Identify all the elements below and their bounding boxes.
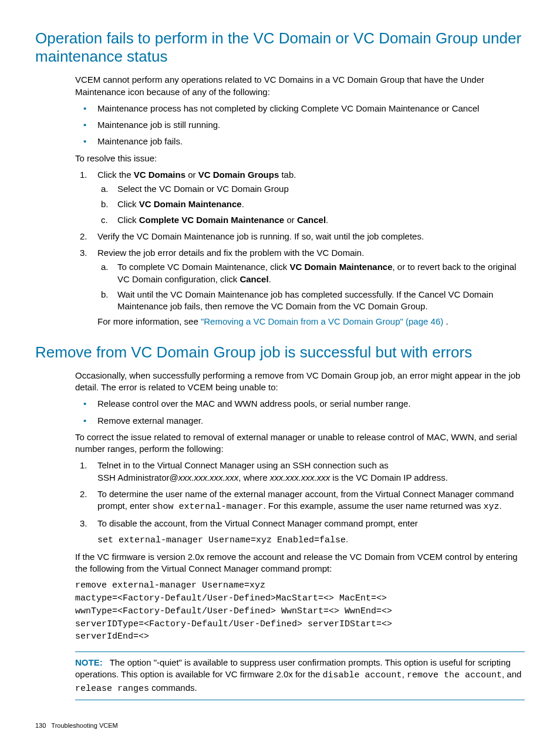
text: Click the xyxy=(97,170,134,180)
text: , xyxy=(402,669,407,679)
code-inline: xyz xyxy=(484,502,500,512)
cross-reference-link[interactable]: "Removing a VC Domain from a VC Domain G… xyxy=(201,316,443,326)
resolve-lead: To resolve this issue: xyxy=(75,153,525,164)
list-item: Telnet in to the Virtual Connect Manager… xyxy=(75,460,525,484)
note-label: NOTE: xyxy=(75,657,103,667)
code-block: remove external-manager Username=xyz mac… xyxy=(75,579,525,643)
note-paragraph: NOTE:The option "-quiet" is available to… xyxy=(75,657,525,695)
text-italic: xxx.xxx.xxx.xxx xyxy=(178,472,239,482)
section-heading-2: Remove from VC Domain Group job is succe… xyxy=(35,343,525,362)
text: or xyxy=(185,170,198,180)
text: Review the job error details and fix the… xyxy=(97,248,364,258)
text: , and xyxy=(502,669,521,679)
list-item: Click the VC Domains or VC Domain Groups… xyxy=(75,169,525,226)
text: . xyxy=(443,316,448,326)
text: or xyxy=(284,215,297,225)
sub-steps: To complete VC Domain Maintenance, click… xyxy=(97,261,525,312)
list-item: Select the VC Domain or VC Domain Group xyxy=(97,183,525,195)
list-item: Maintenance job is still running. xyxy=(75,119,525,131)
cause-list: Maintenance process has not completed by… xyxy=(75,103,525,148)
list-item: To disable the account, from the Virtual… xyxy=(75,518,525,546)
page-footer: 130 Troubleshooting VCEM xyxy=(35,721,525,730)
text: . For this example, assume the user name… xyxy=(263,501,483,511)
text: To disable the account, from the Virtual… xyxy=(97,518,418,528)
list-item: Wait until the VC Domain Maintenance job… xyxy=(97,289,525,313)
more-info: For more information, see "Removing a VC… xyxy=(97,316,525,328)
code-inline: set external-manager Username=xyz Enable… xyxy=(97,535,346,545)
note-divider xyxy=(75,652,525,652)
correct-lead: To correct the issue related to removal … xyxy=(75,431,525,455)
text: . xyxy=(346,534,348,544)
text: tab. xyxy=(279,170,296,180)
sub-steps: Select the VC Domain or VC Domain Group … xyxy=(97,183,525,226)
list-item: Review the job error details and fix the… xyxy=(75,247,525,328)
list-item: Maintenance job fails. xyxy=(75,136,525,147)
intro-paragraph-2: Occasionally, when successfully performi… xyxy=(75,370,525,394)
text: commands. xyxy=(149,683,197,693)
list-item: To determine the user name of the extern… xyxy=(75,488,525,514)
list-item: Release control over the MAC and WWN add… xyxy=(75,398,525,410)
text: Click xyxy=(117,215,139,225)
error-cause-list: Release control over the MAC and WWN add… xyxy=(75,398,525,427)
text: , where xyxy=(238,472,269,482)
note-divider xyxy=(75,700,525,700)
firmware-note: If the VC firmware is version 2.0x remov… xyxy=(75,551,525,575)
text: . xyxy=(326,215,328,225)
list-item: Click Complete VC Domain Maintenance or … xyxy=(97,214,525,226)
list-item: Remove external manager. xyxy=(75,415,525,427)
intro-paragraph-1: VCEM cannot perform any operations relat… xyxy=(75,74,525,98)
text-bold: Complete VC Domain Maintenance xyxy=(139,215,285,225)
list-item: Click VC Domain Maintenance. xyxy=(97,198,525,210)
text: . xyxy=(500,501,502,511)
page-number: 130 xyxy=(35,722,46,729)
code-inline: show external-manager xyxy=(152,502,263,512)
list-item: To complete VC Domain Maintenance, click… xyxy=(97,261,525,285)
resolve-steps: Click the VC Domains or VC Domain Groups… xyxy=(75,169,525,328)
chapter-title: Troubleshooting VCEM xyxy=(51,722,117,729)
code-inline: disable account xyxy=(323,670,402,680)
text: . xyxy=(269,274,271,284)
text: To complete VC Domain Maintenance, click xyxy=(117,262,289,272)
section-heading-1: Operation fails to perform in the VC Dom… xyxy=(35,29,525,66)
text-bold: VC Domain Groups xyxy=(198,170,279,180)
correct-steps: Telnet in to the Virtual Connect Manager… xyxy=(75,460,525,546)
text-bold: VC Domains xyxy=(134,170,185,180)
text-bold: Cancel xyxy=(297,215,326,225)
text-bold: Cancel xyxy=(239,274,268,284)
text-bold: VC Domain Maintenance xyxy=(139,199,242,209)
code-inline: remove the account xyxy=(407,670,502,680)
text-bold: VC Domain Maintenance xyxy=(289,262,392,272)
list-item: Maintenance process has not completed by… xyxy=(75,103,525,114)
list-item: Verify the VC Domain Maintenance job is … xyxy=(75,231,525,242)
text: For more information, see xyxy=(97,316,201,326)
text: is the VC Domain IP address. xyxy=(330,472,448,482)
text: Click xyxy=(117,199,139,209)
text: . xyxy=(242,199,244,209)
text-italic: xxx.xxx.xxx.xxx xyxy=(270,472,330,482)
code-inline: release ranges xyxy=(75,684,149,694)
